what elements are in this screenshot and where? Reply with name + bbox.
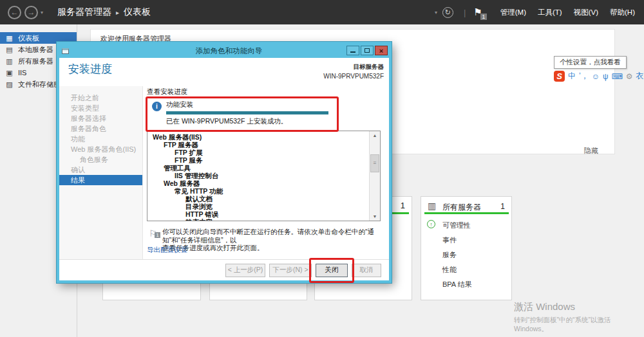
ime-tools-icon[interactable]: ⚙ xyxy=(626,72,633,81)
add-roles-wizard-dialog: 添加角色和功能向导 × 安装进度 目标服务器 WIN-9PRVPUM532F 开… xyxy=(57,42,392,283)
toolbar-divider: | xyxy=(464,8,466,17)
breadcrumb-separator-icon: ▸ xyxy=(116,9,119,16)
wizard-nav-results: 结果 xyxy=(59,175,142,185)
notifications-caret-icon[interactable]: ▾ xyxy=(435,10,437,15)
tile-count: 1 xyxy=(401,201,405,210)
installed-features-list: Web 服务器(IIS) FTP 服务器 FTP 扩展 FTP 服务 管理工具 … xyxy=(147,131,381,221)
target-server-block: 目标服务器 WIN-9PRVPUM532F xyxy=(323,63,384,80)
tile-row-events[interactable]: 事件 xyxy=(442,233,507,248)
sidebar-item-label: IIS xyxy=(18,69,26,77)
tile-row-manageability[interactable]: 可管理性 xyxy=(442,218,507,233)
ime-chinese-mode-icon[interactable]: 中 xyxy=(568,71,576,82)
menu-manage[interactable]: 管理(M) xyxy=(500,8,526,17)
breadcrumb-app-title[interactable]: 服务器管理器 xyxy=(57,6,111,18)
dialog-title: 添加角色和功能向导 xyxy=(69,46,389,56)
tree-item[interactable]: 默认文档 xyxy=(147,195,380,203)
ime-punctuation-icon[interactable]: ’， xyxy=(579,71,589,82)
wizard-nav: 开始之前 安装类型 服务器选择 服务器角色 功能 Web 服务器角色(IIS) … xyxy=(59,86,143,280)
ime-skin-icon[interactable]: 衣 xyxy=(636,71,644,82)
wizard-nav-install-type: 安装类型 xyxy=(59,103,142,113)
tree-item[interactable]: FTP 服务器 xyxy=(147,141,380,149)
ime-toolbar: S 中 ’， ☺ ψ ⌨ ⚙ 衣 ▦ xyxy=(554,71,644,82)
tile-title[interactable]: 所有服务器 xyxy=(442,202,481,213)
all-servers-tile: ▥ 所有服务器 1 ↑ 可管理性 事件 服务 性能 BPA 结果 xyxy=(421,196,512,300)
wizard-note: 你可以关闭此向导而不中断正在运行的任务。请依次单击命令栏中的“通知”和“任务详细… xyxy=(162,228,383,252)
scroll-down-icon[interactable]: ▼ xyxy=(370,212,380,221)
view-progress-label: 查看安装进度 xyxy=(147,87,187,96)
maximize-icon[interactable] xyxy=(361,46,374,55)
wizard-page-title: 安装进度 xyxy=(68,62,112,77)
scroll-up-icon[interactable]: ▲ xyxy=(370,131,380,140)
notifications-flag-icon[interactable]: ⚑ 1 xyxy=(473,6,482,18)
tile-row-services[interactable]: 服务 xyxy=(442,248,507,262)
tree-item[interactable]: 静态内容 xyxy=(147,218,380,221)
dialog-icon xyxy=(62,48,69,54)
minimize-icon[interactable] xyxy=(346,46,359,55)
sidebar-item-label: 仪表板 xyxy=(18,33,39,43)
scrollbar-thumb[interactable]: ≡ xyxy=(370,154,379,172)
nav-dropdown-icon[interactable]: ▾ xyxy=(41,10,43,15)
ime-emoji-icon[interactable]: ☺ xyxy=(592,72,600,81)
tile-count: 1 xyxy=(500,202,505,211)
back-icon[interactable]: ← xyxy=(8,6,21,19)
cancel-button: 取消 xyxy=(352,264,381,277)
tile-row-bpa[interactable]: BPA 结果 xyxy=(442,277,507,292)
refresh-icon[interactable]: ↻ xyxy=(442,7,453,18)
dashboard-icon: ▦ xyxy=(5,34,14,42)
ime-tooltip: 个性设置，点我看看 xyxy=(554,56,627,69)
wizard-nav-web-role: Web 服务器角色(IIS) xyxy=(59,144,142,154)
menu-view[interactable]: 视图(V) xyxy=(574,8,598,17)
breadcrumb: 服务器管理器 ▸ 仪表板 xyxy=(57,6,151,18)
tree-item[interactable]: IIS 管理控制台 xyxy=(147,172,380,179)
tree-item[interactable]: 目录浏览 xyxy=(147,203,380,210)
tree-item[interactable]: 常见 HTTP 功能 xyxy=(147,187,380,195)
tree-item[interactable]: FTP 服务 xyxy=(147,156,380,164)
export-settings-link[interactable]: 导出配置设置 xyxy=(147,246,187,255)
annotation-box-close-button xyxy=(309,258,354,283)
wizard-note-line1: 你可以关闭此向导而不中断正在运行的任务。请依次单击命令栏中的“通知”和“任务详细… xyxy=(162,228,383,244)
tree-item[interactable]: 管理工具 xyxy=(147,164,380,172)
wizard-nav-features: 功能 xyxy=(59,134,142,144)
servers-icon: ▥ xyxy=(428,201,436,211)
target-server-value: WIN-9PRVPUM532F xyxy=(323,73,384,80)
tree-item[interactable]: HTTP 错误 xyxy=(147,210,380,218)
watermark-line2: 转到“控制面板”中的“系统”以激活 Windows。 xyxy=(514,316,644,334)
watermark-title: 激活 Windows xyxy=(514,301,644,313)
annotation-box-progress xyxy=(146,96,339,132)
wizard-nav-confirmation: 确认 xyxy=(59,165,142,175)
all-servers-icon: ▥ xyxy=(5,57,14,66)
activate-windows-watermark: 激活 Windows 转到“控制面板”中的“系统”以激活 Windows。 ht… xyxy=(514,301,644,337)
file-storage-icon: ▨ xyxy=(5,80,14,89)
task-flag-badge: 1 xyxy=(155,232,160,238)
menu-help[interactable]: 帮助(H) xyxy=(610,8,635,17)
top-bar: ← → ▾ 服务器管理器 ▸ 仪表板 ▾ ↻ | ⚑ 1 管理(M) 工具(T)… xyxy=(0,0,644,24)
sogou-logo-icon[interactable]: S xyxy=(554,71,565,82)
ime-toolbar-area: 个性设置，点我看看 S 中 ’， ☺ ψ ⌨ ⚙ 衣 ▦ xyxy=(554,55,644,82)
ime-keyboard-icon[interactable]: ⌨ xyxy=(612,72,623,81)
breadcrumb-page: 仪表板 xyxy=(124,6,151,18)
notifications-badge: 1 xyxy=(480,14,487,20)
tree-item[interactable]: FTP 扩展 xyxy=(147,149,380,156)
tile-row-performance[interactable]: 性能 xyxy=(442,262,507,277)
target-server-label: 目标服务器 xyxy=(323,63,384,71)
tree-item[interactable]: Web 服务器(IIS) xyxy=(147,133,380,141)
scrollbar[interactable]: ▲ ≡ ▼ xyxy=(369,131,380,221)
local-server-icon: ▤ xyxy=(5,46,14,54)
hide-link[interactable]: 隐藏 xyxy=(584,146,598,156)
tree-item[interactable]: Web 服务器 xyxy=(147,179,380,187)
dialog-titlebar[interactable]: 添加角色和功能向导 × xyxy=(59,44,389,58)
previous-button: < 上一步(P) xyxy=(225,264,265,277)
sidebar-item-label: 所有服务器 xyxy=(18,57,53,66)
menu-tools[interactable]: 工具(T) xyxy=(538,8,562,17)
wizard-nav-server-selection: 服务器选择 xyxy=(59,113,142,123)
wizard-nav-before-begin: 开始之前 xyxy=(59,93,142,103)
next-button: 下一步(N) > xyxy=(269,264,312,277)
wizard-nav-server-roles: 服务器角色 xyxy=(59,123,142,134)
manageability-icon: ↑ xyxy=(427,220,435,228)
close-icon[interactable]: × xyxy=(375,46,388,55)
ime-voice-icon[interactable]: ψ xyxy=(603,72,609,81)
wizard-nav-role-services: 角色服务 xyxy=(59,154,142,165)
forward-icon[interactable]: → xyxy=(24,6,38,19)
wizard-note-line2: 查看任务进度或再次打开此页面。 xyxy=(162,244,383,252)
tile-status-line xyxy=(424,212,509,214)
